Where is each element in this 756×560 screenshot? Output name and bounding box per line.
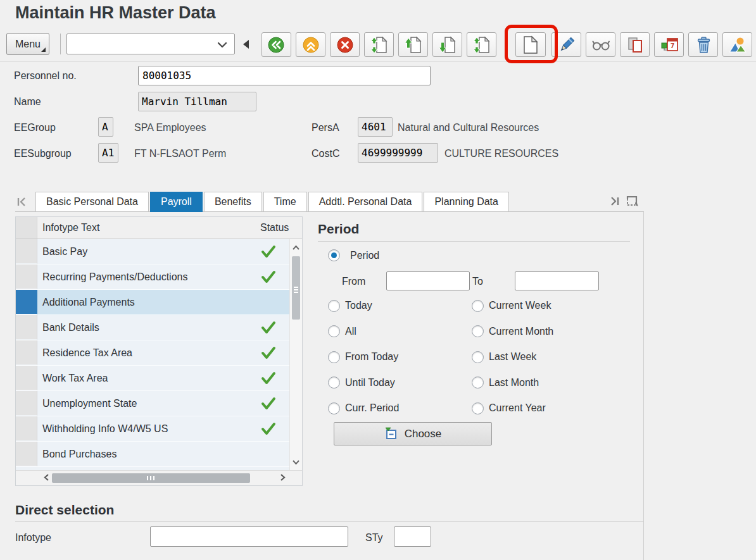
first-record-button[interactable] [364, 32, 394, 57]
to-input[interactable] [515, 271, 599, 290]
scroll-right-icon[interactable] [280, 473, 286, 484]
exit-button[interactable] [296, 32, 325, 57]
pencil-icon [557, 35, 576, 54]
radio-current-month[interactable] [472, 325, 484, 337]
trash-icon [694, 35, 713, 54]
page-down-icon [439, 35, 457, 54]
command-input[interactable] [66, 34, 235, 54]
infotype-table: Infotype Text Status Basic Pay Recurring… [15, 216, 303, 486]
row-label: Bond Purchases [37, 442, 259, 466]
radio-today[interactable] [328, 300, 340, 312]
glasses-icon [591, 35, 611, 54]
scroll-up-icon[interactable] [292, 242, 300, 253]
back-icon [267, 35, 286, 54]
row-selector[interactable] [16, 315, 37, 340]
display-button[interactable] [586, 32, 615, 57]
selector-column-header[interactable] [16, 217, 37, 239]
radio-option-label: Last Week [484, 351, 536, 363]
row-label: Bank Details [37, 315, 259, 340]
table-row[interactable]: Work Tax Area [16, 366, 302, 391]
column-header-status[interactable]: Status [259, 217, 302, 239]
radio-last-month[interactable] [472, 376, 484, 389]
change-button[interactable] [551, 32, 581, 57]
vscroll-thumb[interactable] [292, 256, 300, 320]
tab-scroll-left-icon[interactable] [16, 196, 27, 210]
radio-curr-period[interactable] [328, 402, 340, 414]
tab-time[interactable]: Time [263, 192, 307, 212]
row-selector[interactable] [16, 239, 37, 264]
row-selector[interactable] [16, 264, 37, 289]
radio-option-label: Current Month [484, 326, 553, 337]
radio-from-today[interactable] [328, 351, 340, 363]
page-up-down-icon [370, 35, 388, 54]
row-selector[interactable] [16, 442, 37, 466]
detach-pane-icon[interactable] [626, 196, 639, 209]
tab-basic-personal-data[interactable]: Basic Personal Data [35, 192, 149, 212]
divider [643, 212, 644, 560]
radio-current-week[interactable] [472, 300, 484, 312]
create-button[interactable] [515, 32, 546, 57]
collapse-toolbar-icon[interactable] [243, 40, 249, 49]
radio-option-label: Last Month [484, 377, 539, 389]
tab-payroll[interactable]: Payroll [150, 192, 203, 212]
hscroll-thumb[interactable] [52, 473, 250, 483]
column-header-infotype-text[interactable]: Infotype Text [37, 217, 259, 239]
table-row[interactable]: Bond Purchases [16, 442, 302, 467]
previous-record-button[interactable] [398, 32, 428, 57]
radio-option-label: Curr. Period [340, 402, 399, 414]
infotype-input[interactable] [150, 526, 348, 547]
menu-button[interactable]: Menu [6, 33, 49, 55]
table-row[interactable]: Recurring Payments/Deductions [16, 264, 302, 290]
tab-benefits[interactable]: Benefits [204, 192, 262, 212]
persa-text: Natural and Cultural Resources [398, 122, 539, 134]
sty-input[interactable] [394, 526, 431, 547]
row-selector[interactable] [16, 290, 37, 314]
row-selector[interactable] [16, 366, 37, 390]
scroll-down-icon[interactable] [292, 456, 300, 468]
choose-button[interactable]: Choose [334, 422, 492, 445]
back-button[interactable] [261, 32, 291, 57]
delimit-button[interactable]: 7 [654, 32, 684, 57]
row-selector[interactable] [16, 340, 37, 365]
vertical-scrollbar[interactable] [289, 239, 302, 470]
tab-planning-data[interactable]: Planning Data [424, 192, 509, 212]
row-label: Residence Tax Area [37, 340, 259, 365]
next-record-button[interactable] [432, 32, 462, 57]
table-row[interactable]: Unemployment State [16, 391, 302, 416]
cancel-button[interactable] [330, 32, 360, 57]
eegroup-value: A [98, 117, 113, 137]
personnel-no-input[interactable] [138, 66, 431, 85]
tab-addtl-personal-data[interactable]: Addtl. Personal Data [308, 192, 423, 212]
page-title: Maintain HR Master Data [15, 3, 216, 23]
divider [60, 34, 61, 54]
radio-option-label: From Today [340, 351, 398, 363]
radio-option-label: Current Week [484, 300, 551, 311]
status-check-icon [260, 346, 277, 360]
table-row[interactable]: Basic Pay [16, 239, 302, 264]
radio-all[interactable] [328, 325, 340, 337]
table-row[interactable]: Withholding Info W4/W5 US [16, 416, 302, 442]
period-radio[interactable] [328, 249, 340, 261]
copy-button[interactable] [620, 32, 650, 57]
last-record-button[interactable] [467, 32, 496, 57]
row-selector[interactable] [16, 391, 37, 416]
row-selector[interactable] [16, 416, 37, 441]
radio-last-week[interactable] [472, 351, 484, 363]
persa-value: 4601 [358, 117, 393, 137]
radio-until-today[interactable] [328, 376, 340, 389]
from-input[interactable] [386, 271, 470, 290]
radio-current-year[interactable] [472, 402, 484, 414]
table-row[interactable]: Bank Details [16, 315, 302, 340]
row-label: Unemployment State [37, 391, 259, 416]
table-row-selected[interactable]: Additional Payments [16, 290, 302, 315]
delete-button[interactable] [688, 32, 718, 57]
table-header: Infotype Text Status [16, 217, 302, 239]
scroll-left-icon[interactable] [44, 473, 49, 484]
tab-scroll-right-icon[interactable] [609, 196, 621, 209]
overview-button[interactable] [722, 32, 752, 57]
chevron-down-icon[interactable] [217, 39, 227, 51]
horizontal-scrollbar[interactable] [16, 470, 302, 485]
table-row[interactable]: Residence Tax Area [16, 340, 302, 366]
table-body: Basic Pay Recurring Payments/Deductions … [16, 239, 302, 470]
mountains-sun-icon [728, 35, 747, 54]
